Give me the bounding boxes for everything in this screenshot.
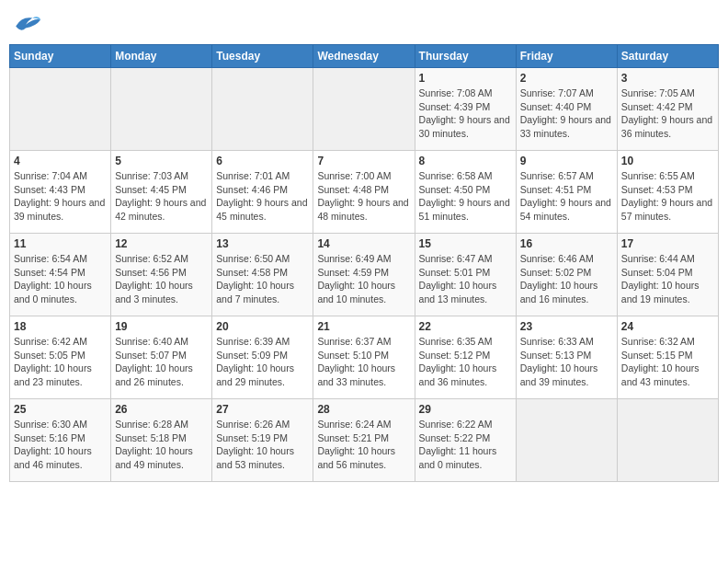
calendar-cell: 2Sunrise: 7:07 AMSunset: 4:40 PMDaylight… xyxy=(516,68,617,151)
day-info: Sunrise: 6:58 AMSunset: 4:50 PMDaylight:… xyxy=(419,169,512,224)
calendar-cell: 27Sunrise: 6:26 AMSunset: 5:19 PMDayligh… xyxy=(212,399,313,482)
calendar-cell xyxy=(516,399,617,482)
calendar-cell xyxy=(212,68,313,151)
day-info: Sunrise: 6:52 AMSunset: 4:56 PMDaylight:… xyxy=(115,252,208,306)
calendar-table: SundayMondayTuesdayWednesdayThursdayFrid… xyxy=(9,44,719,482)
logo xyxy=(9,9,46,37)
day-info: Sunrise: 7:08 AMSunset: 4:39 PMDaylight:… xyxy=(419,86,512,141)
day-info: Sunrise: 7:05 AMSunset: 4:42 PMDaylight:… xyxy=(621,86,714,141)
calendar-week-2: 4Sunrise: 7:04 AMSunset: 4:43 PMDaylight… xyxy=(10,151,719,234)
day-number: 21 xyxy=(317,320,410,333)
day-number: 7 xyxy=(317,155,410,167)
calendar-cell: 6Sunrise: 7:01 AMSunset: 4:46 PMDaylight… xyxy=(212,151,313,234)
day-info: Sunrise: 7:00 AMSunset: 4:48 PMDaylight:… xyxy=(317,169,410,224)
day-number: 5 xyxy=(115,155,208,167)
calendar-cell: 21Sunrise: 6:37 AMSunset: 5:10 PMDayligh… xyxy=(313,316,415,399)
calendar-cell xyxy=(10,68,111,151)
day-info: Sunrise: 6:28 AMSunset: 5:18 PMDaylight:… xyxy=(115,418,208,472)
calendar-cell: 24Sunrise: 6:32 AMSunset: 5:15 PMDayligh… xyxy=(617,316,718,399)
calendar-cell xyxy=(313,68,415,151)
day-info: Sunrise: 7:04 AMSunset: 4:43 PMDaylight:… xyxy=(14,169,107,224)
day-number: 2 xyxy=(520,72,613,85)
calendar-week-3: 11Sunrise: 6:54 AMSunset: 4:54 PMDayligh… xyxy=(10,234,719,316)
day-info: Sunrise: 7:01 AMSunset: 4:46 PMDaylight:… xyxy=(216,169,309,224)
day-info: Sunrise: 6:35 AMSunset: 5:12 PMDaylight:… xyxy=(419,335,512,389)
day-info: Sunrise: 6:55 AMSunset: 4:53 PMDaylight:… xyxy=(621,169,714,224)
day-number: 10 xyxy=(621,155,714,167)
day-number: 23 xyxy=(520,320,613,333)
day-number: 3 xyxy=(621,72,714,85)
day-number: 29 xyxy=(419,403,512,416)
day-number: 22 xyxy=(419,320,512,333)
calendar-cell xyxy=(111,68,212,151)
header-day-sunday: Sunday xyxy=(10,45,111,68)
calendar-cell: 9Sunrise: 6:57 AMSunset: 4:51 PMDaylight… xyxy=(516,151,617,234)
calendar-cell: 26Sunrise: 6:28 AMSunset: 5:18 PMDayligh… xyxy=(111,399,212,482)
calendar-cell: 12Sunrise: 6:52 AMSunset: 4:56 PMDayligh… xyxy=(111,234,212,316)
calendar-week-1: 1Sunrise: 7:08 AMSunset: 4:39 PMDaylight… xyxy=(10,68,719,151)
day-number: 28 xyxy=(317,403,410,416)
calendar-cell: 4Sunrise: 7:04 AMSunset: 4:43 PMDaylight… xyxy=(10,151,111,234)
day-number: 13 xyxy=(216,237,309,250)
day-info: Sunrise: 6:54 AMSunset: 4:54 PMDaylight:… xyxy=(14,252,107,306)
day-number: 14 xyxy=(317,237,410,250)
calendar-cell: 29Sunrise: 6:22 AMSunset: 5:22 PMDayligh… xyxy=(415,399,516,482)
day-number: 11 xyxy=(14,237,107,250)
day-info: Sunrise: 6:46 AMSunset: 5:02 PMDaylight:… xyxy=(520,252,613,306)
calendar-cell: 28Sunrise: 6:24 AMSunset: 5:21 PMDayligh… xyxy=(313,399,415,482)
calendar-cell: 8Sunrise: 6:58 AMSunset: 4:50 PMDaylight… xyxy=(415,151,516,234)
header-day-monday: Monday xyxy=(111,45,212,68)
header-day-wednesday: Wednesday xyxy=(313,45,415,68)
calendar-cell: 10Sunrise: 6:55 AMSunset: 4:53 PMDayligh… xyxy=(617,151,718,234)
header-day-thursday: Thursday xyxy=(415,45,516,68)
calendar-cell: 20Sunrise: 6:39 AMSunset: 5:09 PMDayligh… xyxy=(212,316,313,399)
calendar-week-4: 18Sunrise: 6:42 AMSunset: 5:05 PMDayligh… xyxy=(10,316,719,399)
calendar-cell: 3Sunrise: 7:05 AMSunset: 4:42 PMDaylight… xyxy=(617,68,718,151)
day-number: 8 xyxy=(419,155,512,167)
calendar-cell: 15Sunrise: 6:47 AMSunset: 5:01 PMDayligh… xyxy=(415,234,516,316)
day-info: Sunrise: 6:26 AMSunset: 5:19 PMDaylight:… xyxy=(216,418,309,472)
day-number: 15 xyxy=(419,237,512,250)
day-number: 26 xyxy=(115,403,208,416)
day-info: Sunrise: 6:49 AMSunset: 4:59 PMDaylight:… xyxy=(317,252,410,306)
calendar-cell: 23Sunrise: 6:33 AMSunset: 5:13 PMDayligh… xyxy=(516,316,617,399)
day-number: 27 xyxy=(216,403,309,416)
day-number: 9 xyxy=(520,155,613,167)
day-info: Sunrise: 6:33 AMSunset: 5:13 PMDaylight:… xyxy=(520,335,613,389)
day-number: 4 xyxy=(14,155,107,167)
header-day-saturday: Saturday xyxy=(617,45,718,68)
day-info: Sunrise: 6:32 AMSunset: 5:15 PMDaylight:… xyxy=(621,335,714,389)
day-info: Sunrise: 6:44 AMSunset: 5:04 PMDaylight:… xyxy=(621,252,714,306)
header-day-friday: Friday xyxy=(516,45,617,68)
day-info: Sunrise: 6:24 AMSunset: 5:21 PMDaylight:… xyxy=(317,418,410,472)
logo-icon xyxy=(9,9,42,37)
day-info: Sunrise: 6:22 AMSunset: 5:22 PMDaylight:… xyxy=(419,418,512,472)
day-number: 16 xyxy=(520,237,613,250)
day-number: 12 xyxy=(115,237,208,250)
day-number: 19 xyxy=(115,320,208,333)
calendar-cell: 7Sunrise: 7:00 AMSunset: 4:48 PMDaylight… xyxy=(313,151,415,234)
day-info: Sunrise: 6:39 AMSunset: 5:09 PMDaylight:… xyxy=(216,335,309,389)
day-number: 20 xyxy=(216,320,309,333)
calendar-cell: 5Sunrise: 7:03 AMSunset: 4:45 PMDaylight… xyxy=(111,151,212,234)
calendar-cell: 14Sunrise: 6:49 AMSunset: 4:59 PMDayligh… xyxy=(313,234,415,316)
calendar-cell: 16Sunrise: 6:46 AMSunset: 5:02 PMDayligh… xyxy=(516,234,617,316)
calendar-body: 1Sunrise: 7:08 AMSunset: 4:39 PMDaylight… xyxy=(10,68,719,482)
calendar-cell xyxy=(617,399,718,482)
calendar-cell: 18Sunrise: 6:42 AMSunset: 5:05 PMDayligh… xyxy=(10,316,111,399)
calendar-week-5: 25Sunrise: 6:30 AMSunset: 5:16 PMDayligh… xyxy=(10,399,719,482)
page-header xyxy=(9,9,719,37)
day-info: Sunrise: 7:03 AMSunset: 4:45 PMDaylight:… xyxy=(115,169,208,224)
day-info: Sunrise: 7:07 AMSunset: 4:40 PMDaylight:… xyxy=(520,86,613,141)
day-number: 25 xyxy=(14,403,107,416)
calendar-cell: 25Sunrise: 6:30 AMSunset: 5:16 PMDayligh… xyxy=(10,399,111,482)
day-info: Sunrise: 6:37 AMSunset: 5:10 PMDaylight:… xyxy=(317,335,410,389)
calendar-cell: 13Sunrise: 6:50 AMSunset: 4:58 PMDayligh… xyxy=(212,234,313,316)
calendar-cell: 19Sunrise: 6:40 AMSunset: 5:07 PMDayligh… xyxy=(111,316,212,399)
day-info: Sunrise: 6:30 AMSunset: 5:16 PMDaylight:… xyxy=(14,418,107,472)
day-info: Sunrise: 6:42 AMSunset: 5:05 PMDaylight:… xyxy=(14,335,107,389)
calendar-cell: 22Sunrise: 6:35 AMSunset: 5:12 PMDayligh… xyxy=(415,316,516,399)
day-number: 17 xyxy=(621,237,714,250)
day-info: Sunrise: 6:40 AMSunset: 5:07 PMDaylight:… xyxy=(115,335,208,389)
day-number: 1 xyxy=(419,72,512,85)
